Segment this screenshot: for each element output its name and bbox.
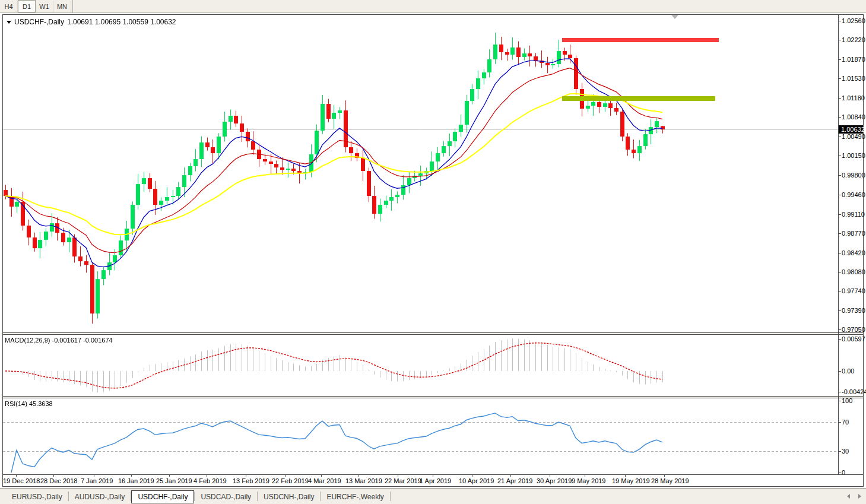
price-axis-tick: 0.99460 <box>842 191 865 199</box>
pane-divider-macd[interactable] <box>3 332 863 335</box>
scroll-right-icon <box>858 494 861 499</box>
rsi-pane-canvas[interactable] <box>3 398 838 474</box>
price-axis-tick: 0.99110 <box>842 211 865 218</box>
current-price-tag: 1.00632 <box>839 125 863 134</box>
chart-title: USDCHF-,Daily 1.00691 1.00695 1.00559 1.… <box>7 18 176 26</box>
rsi-axis-tick: 30 <box>842 448 849 455</box>
tick-mark <box>839 156 841 156</box>
date-axis-label: 13 Feb 2019 <box>233 477 269 484</box>
tab-usdchf-daily[interactable]: USDCHF-,Daily <box>131 490 194 503</box>
price-axis-tick: 1.00840 <box>842 113 865 121</box>
tab-scroll-right-button[interactable] <box>855 492 864 501</box>
tick-mark <box>285 475 286 477</box>
tick-mark <box>839 98 841 99</box>
tab-audusd-daily[interactable]: AUDUSD-,Daily <box>69 490 131 503</box>
price-axis[interactable]: 1.025601.022201.018701.015301.011801.008… <box>839 15 863 474</box>
price-axis-tick: 1.01530 <box>842 75 865 83</box>
tick-mark <box>839 21 841 21</box>
date-axis-label: 30 Apr 2019 <box>537 477 572 484</box>
price-axis-tick: 1.00490 <box>842 133 865 141</box>
price-axis-tick: 0.99800 <box>842 172 865 179</box>
tick-mark <box>839 175 841 176</box>
rsi-indicator-label: RSI(14) 45.3638 <box>5 400 53 407</box>
date-axis-label: 10 Apr 2019 <box>459 477 494 484</box>
rsi-axis-tick: 70 <box>842 419 849 426</box>
tick-mark <box>839 401 841 401</box>
tick-mark <box>839 371 841 372</box>
tick-mark <box>839 272 841 272</box>
tick-mark <box>398 475 398 477</box>
pane-divider-rsi[interactable] <box>3 396 863 398</box>
date-axis-label: 7 Jan 2019 <box>81 477 113 484</box>
tick-mark <box>550 475 550 477</box>
tick-mark <box>839 195 841 195</box>
date-axis-label: 22 Mar 2019 <box>385 477 421 484</box>
tab-eurchf-weekly[interactable]: EURCHF-,Weekly <box>321 490 389 503</box>
toolbar-separator <box>72 0 73 13</box>
date-axis-label: 13 Mar 2019 <box>345 477 382 484</box>
tick-mark <box>510 475 511 477</box>
date-axis-label: 28 May 2019 <box>651 477 689 484</box>
tab-eurusd-daily[interactable]: EURUSD-,Daily <box>6 490 68 503</box>
tick-mark <box>246 475 246 477</box>
tick-mark <box>131 475 132 477</box>
price-axis-tick: 0.97390 <box>842 307 865 315</box>
price-chart-canvas[interactable] <box>3 15 838 332</box>
price-axis-tick: 1.01870 <box>842 56 865 64</box>
timeframe-button-mn[interactable]: MN <box>53 1 71 12</box>
date-axis-label: 25 Jan 2019 <box>156 477 192 484</box>
symbol-dropdown-icon[interactable] <box>7 21 11 24</box>
macd-pane-canvas[interactable] <box>3 335 838 396</box>
autoscroll-marker-icon[interactable] <box>671 15 678 19</box>
tick-mark <box>359 475 359 477</box>
tab-separator <box>390 492 391 501</box>
tick-mark <box>839 392 841 392</box>
date-axis-label: 1 Apr 2019 <box>420 477 451 484</box>
tick-mark <box>839 137 841 137</box>
price-axis-tick: 0.98770 <box>842 230 865 237</box>
chart-symbol-label: USDCHF-,Daily <box>14 18 64 26</box>
tick-mark <box>207 475 207 477</box>
date-axis-label: 16 Jan 2019 <box>118 477 154 484</box>
date-axis-label: 22 Feb 2019 <box>272 477 309 484</box>
tick-mark <box>839 339 841 340</box>
tick-mark <box>839 59 841 60</box>
tick-mark <box>664 475 665 477</box>
date-axis-label: 19 May 2019 <box>612 477 650 484</box>
tick-mark <box>839 253 841 253</box>
tick-mark <box>53 475 54 477</box>
date-axis-label: 4 Mar 2019 <box>308 477 341 484</box>
price-axis-tick: 1.01180 <box>842 94 865 102</box>
tick-mark <box>839 117 841 118</box>
tick-mark <box>321 475 322 477</box>
price-axis-tick: 0.97050 <box>842 326 865 334</box>
macd-indicator-label: MACD(12,26,9) -0.001617 -0.001674 <box>5 337 113 344</box>
rsi-axis-tick: 100 <box>842 397 852 405</box>
macd-axis-tick: -0.00424 <box>842 388 866 396</box>
tick-mark <box>839 40 841 40</box>
price-axis-tick: 0.98420 <box>842 249 865 257</box>
tab-usdcnh-daily[interactable]: USDCNH-,Daily <box>258 490 320 503</box>
tick-mark <box>94 475 94 477</box>
timeframe-toolbar: H4D1W1MN <box>0 0 866 13</box>
tick-mark <box>625 475 626 477</box>
date-axis[interactable]: 19 Dec 201828 Dec 20187 Jan 201916 Jan 2… <box>3 474 863 486</box>
tick-mark <box>839 310 841 311</box>
price-axis-tick: 1.00150 <box>842 152 865 160</box>
price-axis-tick: 0.97740 <box>842 287 865 295</box>
tick-mark <box>839 451 841 452</box>
timeframe-button-w1[interactable]: W1 <box>36 1 53 12</box>
tab-usdcad-daily[interactable]: USDCAD-,Daily <box>195 490 257 503</box>
date-axis-label: 4 Feb 2019 <box>193 477 227 484</box>
timeframe-button-d1[interactable]: D1 <box>18 0 36 12</box>
chart-window: USDCHF-,Daily 1.00691 1.00695 1.00559 1.… <box>2 14 864 487</box>
tick-mark <box>839 473 841 473</box>
tick-mark <box>169 475 170 477</box>
macd-axis-tick: 0.00597 <box>842 335 865 343</box>
symbol-tab-bar: EURUSD-,DailyAUDUSD-,DailyUSDCHF-,DailyU… <box>0 488 866 504</box>
price-axis-tick: 1.02560 <box>842 17 865 25</box>
timeframe-button-h4[interactable]: H4 <box>0 1 18 12</box>
tab-scroll-left-button[interactable] <box>843 492 853 501</box>
tick-mark <box>839 422 841 423</box>
date-axis-label: 28 Dec 2018 <box>40 477 77 484</box>
